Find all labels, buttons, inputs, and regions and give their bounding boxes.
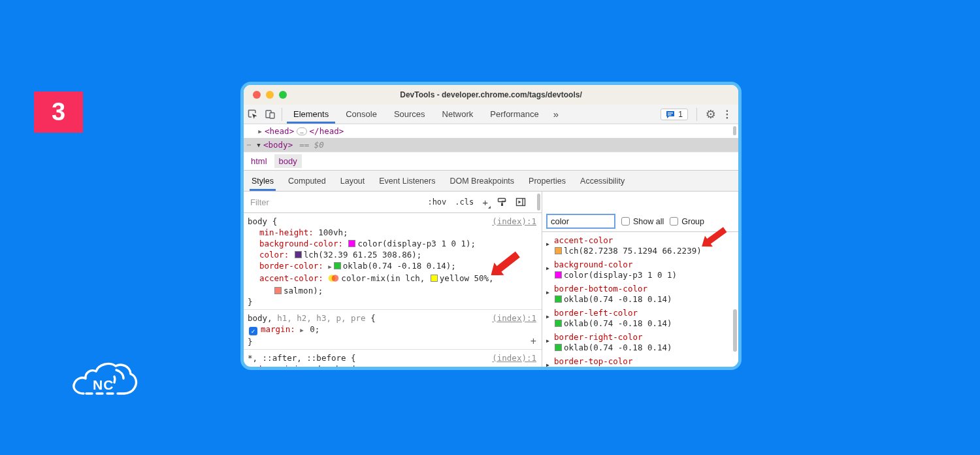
inspect-icon[interactable] <box>247 109 258 120</box>
zoom-button[interactable] <box>279 91 287 99</box>
collapsed-ellipsis-button[interactable]: … <box>297 127 306 135</box>
rule-selector[interactable]: body, <box>248 313 277 323</box>
rule-selector[interactable]: *, ::after, ::before <box>248 353 351 363</box>
computed-property-value: color(display-p3 1 0 1) <box>554 270 738 280</box>
scrollbar-thumb[interactable] <box>733 126 736 135</box>
source-link[interactable]: (index):1 <box>492 312 536 324</box>
body-open-tag: <body> <box>263 140 293 150</box>
red-annotation-arrow <box>699 229 728 249</box>
computed-property-value: oklab(0.74 -0.18 0.14) <box>554 294 738 305</box>
color-swatch[interactable] <box>295 251 302 258</box>
collapse-arrow-icon[interactable]: ▼ <box>254 142 263 148</box>
dom-row-head[interactable]: ▶ <head> … </head> <box>244 124 738 138</box>
tab-sources[interactable]: Sources <box>385 105 434 124</box>
insert-declaration-button[interactable]: + <box>531 336 536 346</box>
color-swatch[interactable] <box>348 240 355 247</box>
settings-gear-icon[interactable]: ⚙ <box>706 109 716 120</box>
group-checkbox[interactable] <box>670 217 678 226</box>
expand-arrow-icon[interactable]: ▶ <box>546 265 549 271</box>
sidebar-tab-accessibility[interactable]: Accessibility <box>574 171 631 191</box>
styles-filter-input[interactable] <box>249 197 427 208</box>
computed-property[interactable]: ▶border-left-coloroklab(0.74 -0.18 0.14) <box>542 307 738 331</box>
red-annotation-arrow <box>487 255 521 277</box>
dom-row-body-selected[interactable]: ⋯ ▼ <body> == $0 <box>244 138 738 152</box>
color-swatch[interactable] <box>274 287 282 294</box>
class-toggle[interactable]: .cls <box>455 197 474 207</box>
rule-selector[interactable]: h1, h2, h3, p, pre <box>277 313 370 323</box>
new-style-rule-button[interactable]: + <box>482 197 488 208</box>
head-open-tag: <head> <box>265 126 294 136</box>
expand-arrow-icon[interactable]: ▶ <box>546 290 549 295</box>
color-swatch[interactable] <box>555 247 562 254</box>
minimize-button[interactable] <box>266 91 274 99</box>
computed-property[interactable]: ▶border-bottom-coloroklab(0.74 -0.18 0.1… <box>542 282 738 307</box>
computed-property-name: border-right-color <box>554 332 738 343</box>
more-tabs-button[interactable]: » <box>547 109 564 120</box>
sidebar-tab-styles[interactable]: Styles <box>245 171 280 191</box>
tab-performance[interactable]: Performance <box>482 105 547 124</box>
show-all-control[interactable]: Show all <box>621 217 664 226</box>
close-button[interactable] <box>253 91 261 99</box>
expand-value-icon[interactable]: ▶ <box>328 263 331 270</box>
css-declaration[interactable]: ✓margin: ▶ 0; <box>248 324 536 336</box>
color-swatch[interactable] <box>555 320 562 327</box>
computed-sidebar-toggle-icon[interactable] <box>515 197 526 207</box>
titlebar: DevTools - developer.chrome.com/tags/dev… <box>244 85 738 105</box>
css-declaration[interactable]: box-sizing: border-box; <box>248 363 536 367</box>
computed-filter-input[interactable] <box>546 214 615 229</box>
paint-format-icon[interactable] <box>497 197 507 207</box>
computed-toolbar-spacer <box>542 192 738 211</box>
declaration-checkbox[interactable]: ✓ <box>249 327 257 335</box>
expand-arrow-icon[interactable]: ▶ <box>546 338 549 344</box>
messages-count: 1 <box>678 110 683 119</box>
computed-property[interactable]: ▶border-right-coloroklab(0.74 -0.18 0.14… <box>542 331 738 355</box>
expand-value-icon[interactable]: ▶ <box>300 327 303 333</box>
rule-selector[interactable]: body <box>248 216 272 226</box>
show-all-checkbox[interactable] <box>621 217 630 226</box>
css-declaration-wrap[interactable]: salmon); <box>248 285 536 296</box>
css-declaration[interactable]: background-color: color(display-p3 1 0 1… <box>248 238 536 249</box>
sidebar-tab-dom-breakpoints[interactable]: DOM Breakpoints <box>443 171 521 191</box>
source-link[interactable]: (index):1 <box>492 216 536 227</box>
color-swatch[interactable] <box>334 262 341 269</box>
tab-elements[interactable]: Elements <box>285 105 337 124</box>
breadcrumb-item-body[interactable]: body <box>274 154 302 168</box>
source-link[interactable]: (index):1 <box>492 352 536 363</box>
tab-console[interactable]: Console <box>337 105 385 124</box>
show-all-label: Show all <box>633 217 664 226</box>
group-control[interactable]: Group <box>670 217 704 226</box>
sidebar-tab-layout[interactable]: Layout <box>334 171 372 191</box>
computed-property[interactable]: ▶border-top-coloroklab(0.74 -0.18 0.14) <box>542 355 738 367</box>
toolbar-divider <box>696 108 697 121</box>
color-swatch[interactable] <box>431 275 438 282</box>
window-title: DevTools - developer.chrome.com/tags/dev… <box>244 90 738 99</box>
scrollbar-thumb[interactable] <box>537 194 540 211</box>
messages-badge[interactable]: 1 <box>661 109 688 120</box>
sidebar-tab-properties[interactable]: Properties <box>522 171 572 191</box>
pseudo-state-toggle[interactable]: :hov <box>427 197 446 207</box>
sidebar-tab-computed[interactable]: Computed <box>282 171 333 191</box>
color-swatch[interactable] <box>555 295 562 303</box>
menu-kebab-icon[interactable]: ⋮ <box>722 109 732 120</box>
expand-arrow-icon[interactable]: ▶ <box>255 128 265 135</box>
scrollbar-thumb[interactable] <box>733 309 737 352</box>
style-rules: (index):1body {min-height: 100vh;backgro… <box>244 213 542 367</box>
breadcrumb-item-html[interactable]: html <box>246 154 272 168</box>
step-badge: 3 <box>34 92 83 133</box>
color-swatch[interactable] <box>555 344 562 351</box>
css-rule: (index):1*, ::after, ::before {box-sizin… <box>244 350 542 367</box>
styles-filter-controls: :hov .cls + <box>427 197 526 208</box>
expand-arrow-icon[interactable]: ▶ <box>546 362 549 367</box>
expand-arrow-icon[interactable]: ▶ <box>546 241 549 247</box>
gutter-dots-icon[interactable]: ⋯ <box>244 141 254 149</box>
computed-property-name: border-left-color <box>554 308 738 318</box>
expand-arrow-icon[interactable]: ▶ <box>546 314 549 320</box>
computed-property[interactable]: ▶background-colorcolor(display-p3 1 0 1) <box>542 258 738 282</box>
tab-network[interactable]: Network <box>434 105 482 124</box>
color-mix-swatch-icon[interactable] <box>328 274 339 285</box>
sidebar-tab-event-listeners[interactable]: Event Listeners <box>372 171 442 191</box>
device-toolbar-icon[interactable] <box>265 109 276 120</box>
color-swatch[interactable] <box>555 271 562 278</box>
computed-property-name: border-bottom-color <box>554 284 738 294</box>
css-declaration[interactable]: min-height: 100vh; <box>248 227 536 238</box>
